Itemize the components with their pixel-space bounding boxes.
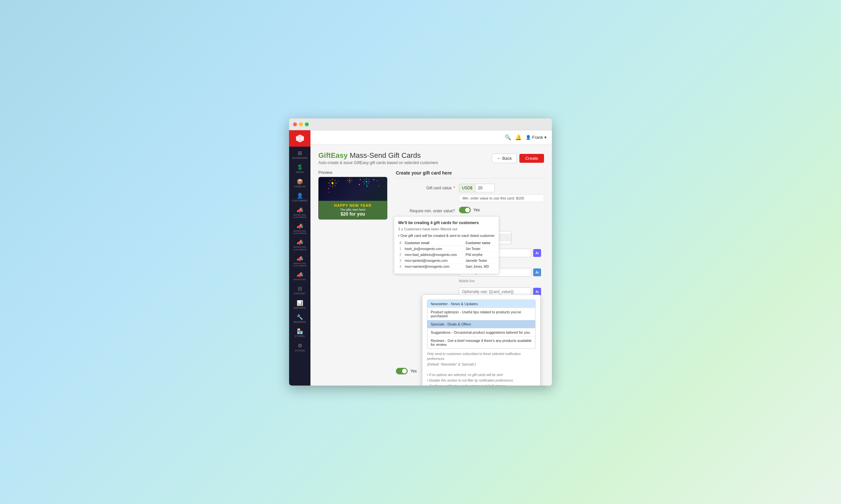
info-popup: We'll be creating 4 gift cards for custo… (394, 216, 499, 274)
table-row: 1 trash_jin@mxogento.com Jim Tester (398, 246, 495, 252)
one-gift-note: • One gift card will be created & sent t… (398, 234, 495, 237)
require-min-toggle[interactable] (459, 207, 471, 213)
marketing5-icon: 📣 (297, 272, 303, 277)
page-header: GiftEasy Mass-Send Gift Cards Auto-creat… (318, 151, 544, 165)
close-dot[interactable] (293, 122, 297, 126)
notif-popup: Newsletter - News & UpdatesProduct optim… (422, 295, 540, 385)
form-panel: Create your gift card here Gift card val… (396, 170, 544, 379)
ai-top-icon[interactable]: Aı (533, 249, 541, 257)
sidebar-item-label-system: SYSTEM (295, 349, 305, 352)
browser-controls (293, 122, 309, 126)
create-button[interactable]: Create (519, 154, 544, 163)
sidebar-item-label-dashboard: DASHBOARD (292, 157, 308, 160)
currency-prefix: USD$ (459, 184, 475, 192)
sidebar-logo (289, 130, 310, 147)
maximize-dot[interactable] (305, 122, 309, 126)
notif-prefs-toggle[interactable] (396, 368, 408, 374)
sidebar: ⊞ DASHBOARD 💲 SALES 📦 CATALOG 👤 CUSTOMER… (289, 130, 310, 385)
required-marker: * (453, 186, 455, 190)
customer-email: moo+jantest@mxogento.com (404, 258, 464, 264)
sidebar-item-marketing4[interactable]: 📣 MARKETINGCUSTOMERS (289, 254, 310, 270)
col-email: Customer email (404, 240, 464, 246)
require-min-toggle-row: Yes (459, 207, 480, 213)
catalog-icon: 📦 (297, 179, 303, 184)
svg-line-25 (347, 179, 348, 179)
sidebar-item-marketing1[interactable]: 📣 MARKETINGCUSTOMERS (289, 205, 310, 221)
sidebar-item-label-marketing3: MARKETINGCUSTOMERS (293, 246, 307, 251)
sidebar-item-label-marketing1: MARKETINGCUSTOMERS (293, 214, 307, 218)
ai-middle-icon[interactable]: Aı (533, 268, 541, 276)
customer-email: moo+samtest@mxogento.com (404, 264, 464, 270)
svg-line-23 (347, 181, 348, 182)
sidebar-item-label-marketing5: MARKETING (293, 278, 306, 281)
marketing4-icon: 📣 (297, 256, 303, 262)
dashboard-icon: ⊞ (298, 150, 302, 156)
sidebar-item-sales[interactable]: 💲 SALES (289, 162, 310, 176)
customer-table: # Customer email Customer name 1 trash_j… (398, 240, 495, 270)
customer-email: trash_jin@mxogento.com (404, 246, 464, 252)
sidebar-item-system[interactable]: ⚙ SYSTEM (289, 341, 310, 355)
customer-num: 1 (398, 246, 404, 252)
sidebar-item-marketing5[interactable]: 📣 MARKETING (289, 270, 310, 284)
notif-prefs-toggle-label: Yes (410, 369, 417, 373)
back-button[interactable]: ← Back (492, 154, 517, 163)
list-item[interactable]: Reviews - Get a brief message if there's… (427, 337, 535, 348)
browser-top-bar (289, 119, 552, 130)
browser-window: ⊞ DASHBOARD 💲 SALES 📦 CATALOG 👤 CUSTOMER… (289, 119, 552, 385)
content-icon: ⊟ (298, 286, 302, 291)
svg-line-19 (351, 179, 352, 179)
list-item[interactable]: Suggestions - Occasional product suggest… (427, 328, 535, 337)
svg-line-3 (334, 185, 336, 186)
notif-hint-line1: Only send to customers subscribed to the… (427, 352, 535, 361)
user-menu[interactable]: 👤 Frank ▾ (526, 135, 547, 140)
notif-list: Newsletter - News & UpdatesProduct optim… (427, 300, 535, 349)
sidebar-item-label-content: CONTENT (294, 292, 306, 295)
list-item[interactable]: Product optimizer - Useful tips related … (427, 308, 535, 320)
notif-hint-line2: (Default: 'Newsletter' & 'Specials') (427, 362, 535, 367)
notif-bullet1: • If no options are selected, no gift ca… (427, 373, 535, 377)
marketing1-icon: 📣 (297, 208, 303, 213)
amount-text: $20 for you (321, 211, 384, 217)
marketing3-icon: 📣 (297, 240, 303, 245)
notifications-icon[interactable]: 🔔 (515, 134, 522, 141)
minimize-dot[interactable] (299, 122, 303, 126)
gift-card-value-row: Gift card value * USD$ Min. order value … (396, 184, 544, 202)
sidebar-item-content[interactable]: ⊟ CONTENT (289, 284, 310, 298)
filtered-note: 3 x Customers have been filtered out (398, 227, 495, 231)
sidebar-item-label-stores: STORES (295, 335, 305, 338)
sidebar-item-mggento[interactable]: 🔧 MGGENTO (289, 312, 310, 326)
user-name: Frank (532, 135, 543, 140)
app-layout: ⊞ DASHBOARD 💲 SALES 📦 CATALOG 👤 CUSTOMER… (289, 130, 552, 385)
notif-prefs-row: Notif. prefs filter? Yes Newsletter - Ne… (396, 357, 544, 374)
sidebar-item-marketing2[interactable]: 📣 MARKETINGCUSTOMERS (289, 221, 310, 237)
sidebar-item-dashboard[interactable]: ⊞ DASHBOARD (289, 148, 310, 162)
svg-point-30 (338, 181, 339, 181)
col-name: Customer name (464, 240, 495, 246)
list-item[interactable]: Newsletter - News & Updates (427, 300, 535, 308)
require-min-toggle-label: Yes (474, 208, 480, 212)
message-middle-hint: Middle line (459, 279, 544, 283)
svg-point-29 (359, 184, 360, 185)
sidebar-item-label-customers: CUSTOMERS (292, 199, 308, 202)
sidebar-item-catalog[interactable]: 📦 CATALOG (289, 177, 310, 191)
notif-bullet2: • Disable this section to not filter by … (427, 378, 535, 383)
section-title: Create your gift card here (396, 170, 544, 179)
svg-point-31 (378, 186, 379, 187)
sidebar-item-customers[interactable]: 👤 CUSTOMERS (289, 191, 310, 205)
page-heading-rest: Mass-Send Gift Cards (347, 151, 421, 160)
gift-card-value-label: Gift card value * (396, 184, 455, 190)
sidebar-item-reports[interactable]: 📊 REPORTS (289, 298, 310, 312)
svg-point-26 (349, 180, 350, 181)
gift-card-value-input[interactable] (475, 184, 495, 192)
sidebar-item-stores[interactable]: 🏪 STORES (289, 326, 310, 340)
svg-line-21 (351, 181, 352, 182)
page-heading-green: GiftEasy (318, 151, 347, 160)
min-order-hint: Min. order value to use this card: $100 (459, 194, 544, 202)
svg-line-7 (329, 180, 330, 181)
search-icon[interactable]: 🔍 (504, 134, 511, 141)
sidebar-item-marketing3[interactable]: 📣 MARKETINGCUSTOMERS (289, 237, 310, 253)
list-item[interactable]: Specials - Deals & Offers (427, 320, 535, 328)
main-content: 🔍 🔔 👤 Frank ▾ GiftEasy Mass-Send Gift Ca… (310, 130, 552, 385)
svg-line-14 (364, 183, 365, 184)
notif-bullet3: • Configure notification prefs options i… (427, 383, 535, 385)
